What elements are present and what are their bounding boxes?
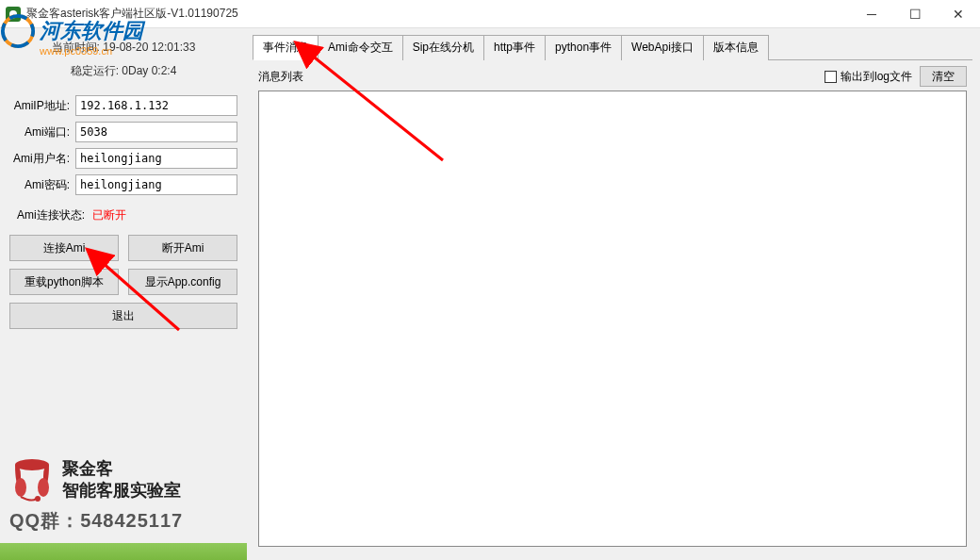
svg-point-4 xyxy=(38,478,49,497)
left-panel: 当前时间: 19-08-20 12:01:33 稳定运行: 0Day 0:2:4… xyxy=(0,28,247,560)
message-listbox[interactable] xyxy=(258,91,967,547)
tab-sip[interactable]: Sip在线分机 xyxy=(402,35,484,60)
ami-pass-input[interactable] xyxy=(75,174,237,195)
exit-button[interactable]: 退出 xyxy=(9,303,237,329)
show-config-button[interactable]: 显示App.config xyxy=(128,269,237,295)
ami-pass-label: Ami密码: xyxy=(9,177,75,193)
svg-point-5 xyxy=(35,496,41,502)
titlebar: 聚金客asterisk客户端社区版-V1.01190725 ─ ☐ ✕ xyxy=(0,0,980,28)
svg-point-2 xyxy=(15,459,49,470)
ami-status-label: Ami连接状态: xyxy=(9,207,85,223)
ami-port-label: Ami端口: xyxy=(9,124,75,140)
tab-http[interactable]: http事件 xyxy=(483,35,546,60)
ami-user-label: Ami用户名: xyxy=(9,151,75,167)
tab-python[interactable]: python事件 xyxy=(545,35,622,60)
ami-ip-label: AmiIP地址: xyxy=(9,98,75,114)
tab-events[interactable]: 事件消息 xyxy=(253,35,318,60)
msg-list-label: 消息列表 xyxy=(258,69,303,85)
log-checkbox-label: 输出到log文件 xyxy=(841,69,912,85)
ami-ip-input[interactable] xyxy=(75,95,237,116)
tab-ami-cmd[interactable]: Ami命令交互 xyxy=(318,35,403,60)
clear-button[interactable]: 清空 xyxy=(920,66,967,87)
checkbox-icon xyxy=(825,71,837,83)
svg-point-3 xyxy=(15,478,26,497)
window-title: 聚金客asterisk客户端社区版-V1.01190725 xyxy=(26,6,850,22)
connect-ami-button[interactable]: 连接Ami xyxy=(9,235,119,261)
tab-bar: 事件消息 Ami命令交互 Sip在线分机 http事件 python事件 Web… xyxy=(253,34,972,60)
minimize-button[interactable]: ─ xyxy=(850,0,893,27)
current-time: 当前时间: 19-08-20 12:01:33 xyxy=(9,40,237,56)
tab-version[interactable]: 版本信息 xyxy=(703,35,769,60)
uptime: 稳定运行: 0Day 0:2:4 xyxy=(9,63,237,79)
brand-subtitle: 智能客服实验室 xyxy=(62,480,181,502)
footer-brand: 聚金客 智能客服实验室 QQ群：548425117 xyxy=(9,448,237,552)
ami-user-input[interactable] xyxy=(75,148,237,169)
right-panel: 事件消息 Ami命令交互 Sip在线分机 http事件 python事件 Web… xyxy=(247,28,980,560)
maximize-button[interactable]: ☐ xyxy=(893,0,937,27)
grass-decoration xyxy=(0,543,247,560)
reload-python-button[interactable]: 重载python脚本 xyxy=(9,269,119,295)
log-checkbox[interactable]: 输出到log文件 xyxy=(825,69,912,85)
brand-name: 聚金客 xyxy=(62,458,181,480)
app-icon xyxy=(6,7,21,22)
ami-status-value: 已断开 xyxy=(92,207,126,223)
disconnect-ami-button[interactable]: 断开Ami xyxy=(128,235,237,261)
tab-content: 消息列表 输出到log文件 清空 xyxy=(253,60,972,552)
tab-webapi[interactable]: WebApi接口 xyxy=(621,35,704,60)
close-button[interactable]: ✕ xyxy=(937,0,980,27)
ami-port-input[interactable] xyxy=(75,122,237,142)
headset-icon xyxy=(9,457,55,502)
qq-group: QQ群：548425117 xyxy=(9,508,237,534)
